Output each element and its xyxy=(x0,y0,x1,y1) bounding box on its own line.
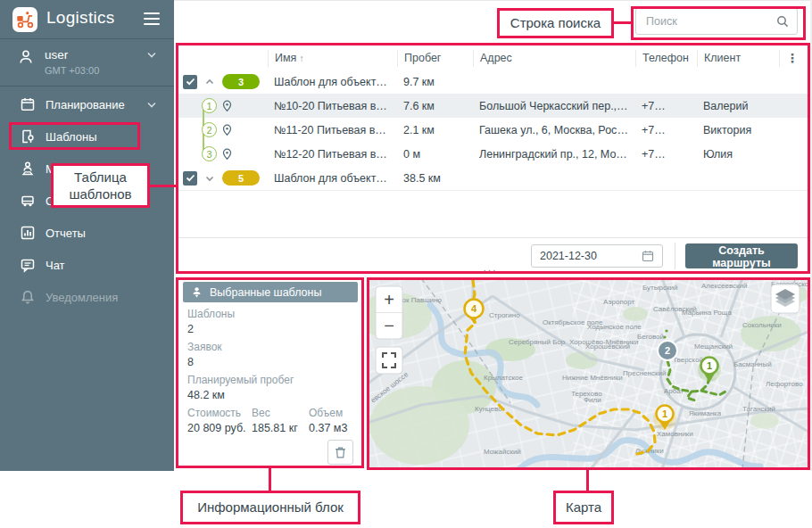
map-place-label: Якиманка xyxy=(689,409,722,417)
order-row[interactable]: 2 №11-20 Питьевая вода 2.1 км Гашека ул.… xyxy=(176,118,809,143)
order-name: №12-20 Питьевая вода xyxy=(268,148,397,161)
row-checkbox[interactable] xyxy=(183,171,197,186)
order-address: Гашека ул., 6, Москва, Россия xyxy=(473,124,635,136)
map-place-label: Нижние Мнёвники xyxy=(562,374,623,382)
annotation-connector xyxy=(614,21,631,24)
order-client: Юлия xyxy=(697,148,779,161)
pane-splitter-handle[interactable]: ··· xyxy=(482,267,498,276)
order-number-badge: 2 xyxy=(202,122,217,137)
calendar-icon[interactable] xyxy=(642,250,654,262)
sort-asc-icon: ↑ xyxy=(299,53,304,63)
column-header-client[interactable]: Клиент xyxy=(697,50,779,67)
user-icon xyxy=(18,49,34,65)
person-pin-icon xyxy=(190,285,203,299)
location-pin-icon xyxy=(222,124,232,136)
map-place-label: Крылатское xyxy=(484,374,523,382)
sidebar-header: Logistics xyxy=(0,0,174,39)
map-place-label: Хамовники xyxy=(657,430,693,438)
table-header: Имя↑ Пробег Адрес Телефон Клиент ⋮ xyxy=(176,45,809,72)
person-pin-icon xyxy=(20,161,36,177)
order-client: Виктория xyxy=(697,124,779,136)
sidebar-item-templates[interactable]: Шаблоны xyxy=(0,120,174,153)
expand-icon[interactable] xyxy=(205,174,214,183)
order-number-badge: 3 xyxy=(202,146,217,161)
svg-text:1: 1 xyxy=(707,360,712,371)
svg-text:1: 1 xyxy=(662,408,667,419)
map-place-label: Марьина Роща xyxy=(682,309,732,317)
column-header-mileage[interactable]: Пробег xyxy=(397,50,473,67)
delete-selection-button[interactable] xyxy=(327,440,353,465)
sidebar-item-planning[interactable]: Планирование xyxy=(0,88,174,120)
column-menu-button[interactable]: ⋮ xyxy=(779,50,809,67)
map-place-label: Тверской xyxy=(673,356,703,364)
annotation-search: Строка поиска xyxy=(497,8,614,38)
order-phone: +7 xyxy=(635,124,697,136)
table-group-row[interactable]: 3 Шаблон для объектов: 1 9.7 км xyxy=(176,70,809,95)
sidebar-item-reports[interactable]: Отчеты xyxy=(0,217,174,249)
selected-templates-header: Выбранные шаблоны xyxy=(183,282,358,302)
column-header-phone[interactable]: Телефон xyxy=(635,50,697,67)
order-phone: +7 xyxy=(635,148,697,161)
map-zoom-controls: + − xyxy=(376,286,402,339)
order-row[interactable]: 1 №10-20 Питьевая вода 7.6 км Большой Че… xyxy=(176,94,809,119)
fullscreen-button[interactable] xyxy=(376,347,402,374)
row-checkbox[interactable] xyxy=(183,75,197,89)
date-value: 2021-12-30 xyxy=(540,250,597,262)
stat-planned-mileage: Планируемый пробег 48.2 км xyxy=(187,374,357,401)
sidebar-user[interactable]: user GMT +03:00 xyxy=(0,38,174,87)
search-icon[interactable] xyxy=(776,15,789,28)
search-box[interactable] xyxy=(635,8,798,35)
map-place-label: Сокольники xyxy=(742,321,782,329)
orders-count-badge: 3 xyxy=(222,74,260,89)
sidebar-item-chat[interactable]: Чат xyxy=(0,249,174,281)
create-routes-button[interactable]: Создать маршруты xyxy=(685,243,798,268)
column-select xyxy=(176,50,268,67)
map-place-label: Таганский xyxy=(742,405,775,413)
sidebar-item-notifications[interactable]: Уведомления xyxy=(0,281,174,313)
template-mileage: 38.5 км xyxy=(397,172,473,185)
map-marker-depot-2[interactable]: 2 xyxy=(658,341,677,360)
map-place-label: Можайский xyxy=(484,448,521,456)
order-address: Ленинградский пр., 12, Москва, ... xyxy=(473,148,635,161)
bell-icon xyxy=(20,289,36,305)
column-header-name[interactable]: Имя↑ xyxy=(268,50,397,67)
zoom-in-button[interactable]: + xyxy=(384,290,394,309)
map-place-label: Пресненский xyxy=(623,369,666,377)
map-place-label: Аэропорт xyxy=(603,298,635,306)
trash-icon xyxy=(335,446,346,458)
chat-icon xyxy=(20,257,36,273)
date-picker[interactable]: 2021-12-30 xyxy=(531,244,663,268)
menu-toggle-icon[interactable] xyxy=(144,12,160,25)
order-row[interactable]: 3 №12-20 Питьевая вода 0 м Ленинградский… xyxy=(176,142,809,167)
layers-button[interactable] xyxy=(771,285,800,313)
location-pin-icon xyxy=(222,148,232,161)
orders-count-badge: 5 xyxy=(222,170,260,186)
column-header-address[interactable]: Адрес xyxy=(473,50,635,67)
vehicle-icon xyxy=(20,193,36,209)
svg-text:4: 4 xyxy=(471,303,477,314)
search-input[interactable] xyxy=(644,14,776,29)
order-mileage: 7.6 км xyxy=(397,100,473,112)
app-window: Logistics user GMT +03:00 Планирование xyxy=(0,0,812,528)
map-place-label: Басманный xyxy=(733,360,772,368)
map[interactable]: городок ПавшиноСтрогиноОктябрьское полеС… xyxy=(368,278,808,469)
order-address: Большой Черкасский пер., 9, Мо... xyxy=(473,100,635,112)
svg-text:2: 2 xyxy=(665,345,670,356)
templates-icon xyxy=(20,128,36,144)
table-group-row[interactable]: 5 Шаблон для объектов: 1 38.5 км xyxy=(176,166,809,191)
stat-orders: Заявок 8 xyxy=(187,341,357,368)
order-name: №10-20 Питьевая вода xyxy=(268,100,397,112)
map-place-label: Хорошёвский xyxy=(585,342,630,351)
annotation-map: Карта xyxy=(553,491,614,524)
map-place-label: Серебряный Бор xyxy=(509,338,566,346)
stat-cost: Стоимость 20 809 руб. xyxy=(187,407,243,434)
order-mileage: 2.1 км xyxy=(397,124,473,136)
kebab-menu-icon[interactable]: ⋮ xyxy=(786,51,799,65)
order-name: №11-20 Питьевая вода xyxy=(268,124,397,136)
footer-divider xyxy=(675,243,675,269)
chevron-down-icon xyxy=(147,52,156,58)
map-marker-yellow-pin-1[interactable]: 1 xyxy=(653,406,676,431)
map-place-label: Фили xyxy=(584,396,601,404)
collapse-icon[interactable] xyxy=(205,78,214,87)
zoom-out-button[interactable]: − xyxy=(384,316,394,335)
